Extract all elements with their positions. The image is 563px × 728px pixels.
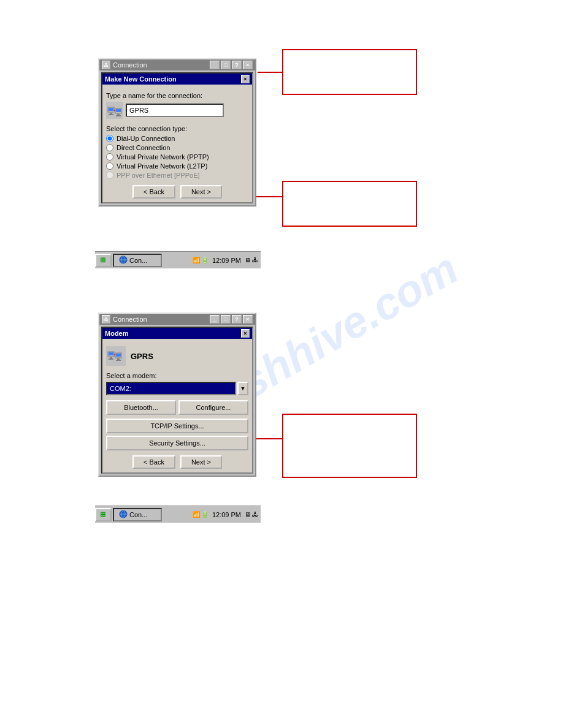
bluetooth-configure-row: Bluetooth... Configure... — [106, 400, 248, 415]
signal-icon-2: 📶 — [193, 511, 200, 518]
start-button-2[interactable]: ⊞ — [95, 508, 112, 521]
radio-dialup[interactable]: Dial-Up Connection — [106, 135, 248, 142]
svg-rect-17 — [116, 354, 121, 357]
svg-rect-5 — [116, 109, 121, 112]
bluetooth-btn[interactable]: Bluetooth... — [106, 400, 176, 415]
btn-row-1: < Back Next > — [106, 185, 248, 199]
tcpip-btn[interactable]: TCP/IP Settings... — [106, 419, 248, 433]
svg-rect-15 — [109, 358, 113, 360]
globe-svg-2 — [119, 510, 128, 518]
network-icon-1: 🖧 — [252, 257, 258, 264]
name-label-1: Type a name for the connection: — [106, 92, 248, 99]
network-icon-2: 🖧 — [252, 511, 258, 518]
annotation-line-3 — [256, 438, 283, 439]
outer-title-icon-1: 🖧 — [102, 61, 110, 69]
radio-pppoe: PPP over Ethernet [PPPoE] — [106, 172, 248, 179]
svg-rect-3 — [109, 114, 113, 115]
outer-title-icon-2: 🖧 — [102, 315, 110, 324]
outer-title-text-2: Connection — [113, 316, 147, 323]
configure-btn[interactable]: Configure... — [178, 400, 248, 415]
restore-btn-1[interactable]: □ — [221, 61, 231, 69]
start-button-1[interactable]: ⊞ — [95, 254, 112, 267]
battery-icon-2: 🔋 — [201, 511, 209, 518]
taskbar-globe-icon-1 — [119, 256, 128, 265]
svg-rect-6 — [117, 114, 120, 115]
taskbar-con-text-1: Con... — [129, 257, 147, 264]
inner-titlebar-1: Make New Connection × — [102, 74, 252, 85]
outer-title-buttons-1: _ □ ? × — [210, 61, 253, 69]
signal-icon-1: 📶 — [193, 257, 200, 264]
radio-direct[interactable]: Direct Connection — [106, 144, 248, 151]
radio-direct-input[interactable] — [106, 144, 113, 151]
next-btn-1[interactable]: Next > — [180, 185, 222, 199]
radio-vpn-l2tp[interactable]: Virtual Private Network (L2TP) — [106, 162, 248, 170]
inner-close-btn-2[interactable]: × — [241, 329, 250, 338]
modem-select-box[interactable]: COM2: — [106, 382, 236, 395]
next-btn-2[interactable]: Next > — [180, 455, 222, 469]
clock-1: 12:09 PM — [210, 257, 243, 264]
modem-select-arrow[interactable]: ▼ — [237, 382, 248, 395]
close-outer-btn-1[interactable]: × — [243, 61, 253, 69]
battery-icon-1: 🔋 — [201, 257, 209, 264]
globe-svg-1 — [119, 256, 128, 264]
watermark: manualshhive.com — [0, 0, 563, 728]
type-label-1: Select the connection type: — [106, 125, 248, 132]
restore-btn-2[interactable]: □ — [221, 315, 231, 324]
taskbar-2: ⊞ Con... 📶 🔋 12:09 PM 🖥 🖧 — [95, 506, 261, 523]
radio-vpn-pptp-input[interactable] — [106, 153, 113, 161]
help-btn-1[interactable]: ? — [232, 61, 242, 69]
radio-vpn-pptp[interactable]: Virtual Private Network (PPTP) — [106, 153, 248, 161]
radio-group-1: Dial-Up Connection Direct Connection Vir… — [106, 135, 248, 179]
btn-row-2: < Back Next > — [106, 455, 248, 469]
dialog1-body: Type a name for the connection: — [102, 88, 252, 202]
modem-label: Select a modem: — [106, 372, 248, 379]
outer-titlebar-2: 🖧 Connection _ □ ? × — [99, 314, 255, 325]
radio-vpn-l2tp-label: Virtual Private Network (L2TP) — [117, 162, 207, 170]
radio-direct-label: Direct Connection — [117, 144, 170, 151]
connection-icon-1 — [106, 102, 123, 119]
radio-dialup-label: Dial-Up Connection — [117, 135, 175, 142]
security-btn[interactable]: Security Settings... — [106, 436, 248, 450]
monitor-icon-1: 🖥 — [245, 257, 251, 264]
outer-titlebar-1: 🖧 Connection _ □ ? × — [99, 59, 255, 70]
back-btn-2[interactable]: < Back — [132, 455, 175, 469]
svg-rect-2 — [110, 113, 112, 114]
minimize-btn-1[interactable]: _ — [210, 61, 220, 69]
close-outer-btn-2[interactable]: × — [243, 315, 253, 324]
monitor-icon-2: 🖥 — [245, 511, 251, 518]
help-btn-2[interactable]: ? — [232, 315, 242, 324]
inner-titlebar-2: Modem × — [102, 328, 252, 339]
annotation-line-2 — [256, 196, 283, 197]
svg-rect-1 — [109, 108, 113, 111]
modem-header: GPRS — [106, 346, 248, 366]
start-icon-2: ⊞ — [100, 510, 105, 518]
taskbar-item-con-1[interactable]: Con... — [113, 254, 162, 267]
annotation-box-3 — [282, 414, 417, 478]
inner-close-btn-1[interactable]: × — [241, 75, 250, 83]
minimize-btn-2[interactable]: _ — [210, 315, 220, 324]
svg-rect-14 — [110, 357, 112, 358]
radio-vpn-pptp-label: Virtual Private Network (PPTP) — [117, 153, 209, 161]
outer-window-1: 🖧 Connection _ □ ? × Make New Connection… — [98, 58, 256, 207]
taskbar-item-con-2[interactable]: Con... — [113, 508, 162, 521]
inner-title-text-2: Modem — [105, 330, 240, 337]
taskbar-con-text-2: Con... — [129, 511, 147, 518]
svg-rect-18 — [117, 358, 120, 360]
connection-name-input[interactable] — [126, 104, 224, 117]
taskbar-tray-2: 📶 🔋 12:09 PM 🖥 🖧 — [193, 511, 261, 518]
radio-vpn-l2tp-input[interactable] — [106, 162, 113, 170]
modem-select-row: COM2: ▼ — [106, 382, 248, 395]
radio-pppoe-input — [106, 172, 113, 179]
back-btn-1[interactable]: < Back — [132, 185, 175, 199]
dialog2-body: GPRS Select a modem: COM2: ▼ Bluetooth..… — [102, 343, 252, 472]
outer-window-2: 🖧 Connection _ □ ? × Modem × — [98, 313, 256, 477]
annotation-box-1 — [282, 49, 417, 95]
modem-svg — [107, 347, 125, 365]
taskbar-globe-icon-2 — [119, 510, 128, 520]
svg-rect-13 — [109, 352, 113, 355]
taskbar-1: ⊞ Con... 📶 🔋 12:09 PM 🖥 🖧 — [95, 251, 261, 268]
svg-rect-19 — [116, 360, 121, 361]
outer-title-text-1: Connection — [113, 61, 147, 69]
modem-icon — [106, 346, 126, 366]
radio-dialup-input[interactable] — [106, 135, 113, 142]
